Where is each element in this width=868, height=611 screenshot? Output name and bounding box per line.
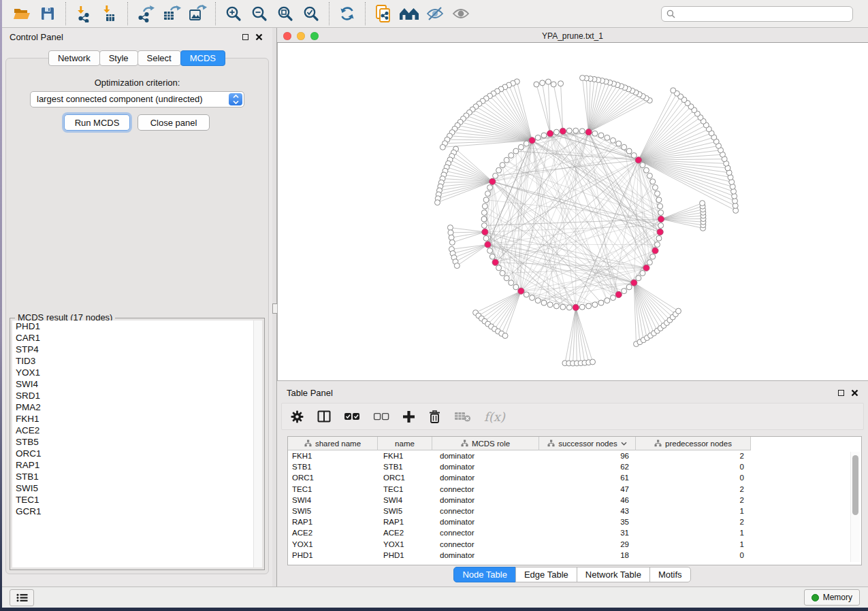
criterion-select[interactable]: largest connected component (undirected) — [30, 91, 244, 108]
network-view[interactable] — [277, 43, 868, 381]
task-history-button[interactable] — [10, 589, 34, 606]
table-row[interactable]: RAP1RAP1dominator352 — [288, 516, 861, 527]
column-header-shared-name[interactable]: shared name — [288, 437, 378, 450]
table-row[interactable]: ORC1ORC1dominator610 — [288, 472, 861, 483]
apply-layout-button[interactable] — [334, 2, 360, 25]
search-input[interactable] — [679, 9, 848, 18]
network-node[interactable] — [650, 254, 656, 259]
float-panel-icon[interactable] — [242, 34, 248, 40]
network-node[interactable] — [483, 235, 489, 241]
network-node[interactable] — [513, 148, 519, 154]
network-node[interactable] — [580, 76, 585, 81]
network-node[interactable] — [573, 128, 579, 133]
tab-edge-table[interactable]: Edge Table — [515, 567, 577, 582]
network-node[interactable] — [449, 235, 454, 240]
network-node[interactable] — [496, 167, 502, 173]
network-node[interactable] — [547, 302, 553, 308]
network-node[interactable] — [535, 135, 541, 140]
network-node[interactable] — [605, 298, 610, 303]
network-node[interactable] — [496, 265, 502, 271]
network-node[interactable] — [636, 276, 641, 281]
network-node[interactable] — [509, 152, 514, 158]
result-list-scrollbar[interactable] — [253, 320, 262, 567]
table-row[interactable]: STB1STB1dominator620 — [288, 461, 861, 472]
run-mcds-button[interactable]: Run MCDS — [64, 114, 130, 131]
network-node[interactable] — [671, 88, 676, 93]
table-row[interactable]: FKH1FKH1dominator962 — [288, 450, 861, 461]
network-hub-node[interactable] — [658, 216, 664, 222]
network-node[interactable] — [579, 304, 585, 310]
network-node[interactable] — [518, 144, 524, 150]
network-node[interactable] — [500, 270, 505, 276]
tab-network[interactable]: Network — [48, 50, 100, 66]
network-node[interactable] — [654, 191, 660, 197]
network-window-titlebar[interactable]: YPA_prune.txt_1 — [277, 29, 868, 43]
mcds-result-item[interactable]: SRD1 — [12, 390, 262, 401]
export-image-button[interactable] — [184, 2, 210, 25]
network-node[interactable] — [640, 163, 645, 168]
float-panel-icon[interactable] — [838, 390, 844, 396]
zoom-selected-button[interactable] — [298, 2, 324, 25]
network-hub-node[interactable] — [518, 288, 524, 294]
network-node[interactable] — [658, 203, 663, 209]
mcds-result-item[interactable]: STB1 — [12, 471, 262, 482]
network-hub-node[interactable] — [485, 242, 491, 248]
function-builder-button[interactable]: f(x) — [484, 410, 505, 424]
import-table-button[interactable] — [97, 2, 123, 25]
hide-selected-button[interactable] — [422, 2, 448, 25]
network-node[interactable] — [658, 222, 664, 228]
mcds-result-item[interactable]: SWI5 — [12, 482, 262, 494]
network-node[interactable] — [643, 167, 649, 173]
network-node[interactable] — [656, 235, 662, 241]
new-network-from-selection-button[interactable] — [370, 2, 396, 25]
network-hub-node[interactable] — [560, 128, 566, 134]
network-hub-node[interactable] — [657, 229, 663, 235]
table-scrollbar-thumb[interactable] — [852, 455, 858, 515]
network-hub-node[interactable] — [547, 131, 553, 137]
network-node[interactable] — [504, 276, 509, 281]
network-hub-node[interactable] — [615, 291, 622, 297]
table-row[interactable]: PHD1PHD1dominator180 — [288, 550, 861, 561]
mcds-result-item[interactable]: FKH1 — [12, 413, 262, 425]
network-node[interactable] — [509, 280, 514, 286]
network-node[interactable] — [493, 173, 498, 178]
network-node[interactable] — [487, 185, 493, 191]
close-panel-icon[interactable] — [255, 33, 263, 41]
network-node[interactable] — [534, 82, 539, 87]
tab-motifs[interactable]: Motifs — [649, 567, 691, 582]
mcds-result-item[interactable]: TEC1 — [12, 494, 262, 506]
column-header-name[interactable]: name — [378, 437, 432, 450]
mcds-result-item[interactable]: TID3 — [12, 355, 262, 367]
network-hub-node[interactable] — [573, 304, 579, 310]
network-node[interactable] — [700, 201, 705, 206]
close-window-button[interactable] — [283, 32, 291, 40]
tab-select[interactable]: Select — [138, 50, 181, 66]
network-node[interactable] — [481, 216, 487, 222]
open-session-button[interactable] — [9, 2, 35, 25]
network-node[interactable] — [592, 302, 598, 308]
mcds-result-item[interactable]: CAR1 — [12, 332, 262, 344]
network-node[interactable] — [454, 263, 460, 269]
network-node[interactable] — [652, 185, 658, 191]
mcds-result-item[interactable]: PHD1 — [12, 320, 262, 332]
select-all-button[interactable] — [344, 412, 360, 421]
zoom-fit-button[interactable] — [272, 2, 298, 25]
table-row[interactable]: TEC1TEC1connector472 — [288, 484, 861, 495]
export-network-button[interactable] — [133, 2, 159, 25]
network-hub-node[interactable] — [652, 248, 658, 254]
tab-node-table[interactable]: Node Table — [453, 567, 516, 582]
zoom-in-button[interactable] — [221, 2, 246, 25]
network-hub-node[interactable] — [643, 265, 649, 271]
network-node[interactable] — [513, 284, 519, 290]
network-node[interactable] — [579, 129, 585, 134]
mcds-result-item[interactable]: ORC1 — [12, 448, 262, 459]
network-node[interactable] — [524, 292, 529, 297]
network-node[interactable] — [440, 144, 445, 150]
network-node[interactable] — [647, 260, 652, 265]
minimize-window-button[interactable] — [297, 32, 305, 40]
network-node[interactable] — [558, 81, 564, 86]
table-row[interactable]: SWI5SWI5connector431 — [288, 506, 861, 516]
mcds-result-item[interactable]: STB5 — [12, 436, 262, 448]
network-node[interactable] — [622, 144, 627, 150]
network-node[interactable] — [553, 303, 559, 309]
